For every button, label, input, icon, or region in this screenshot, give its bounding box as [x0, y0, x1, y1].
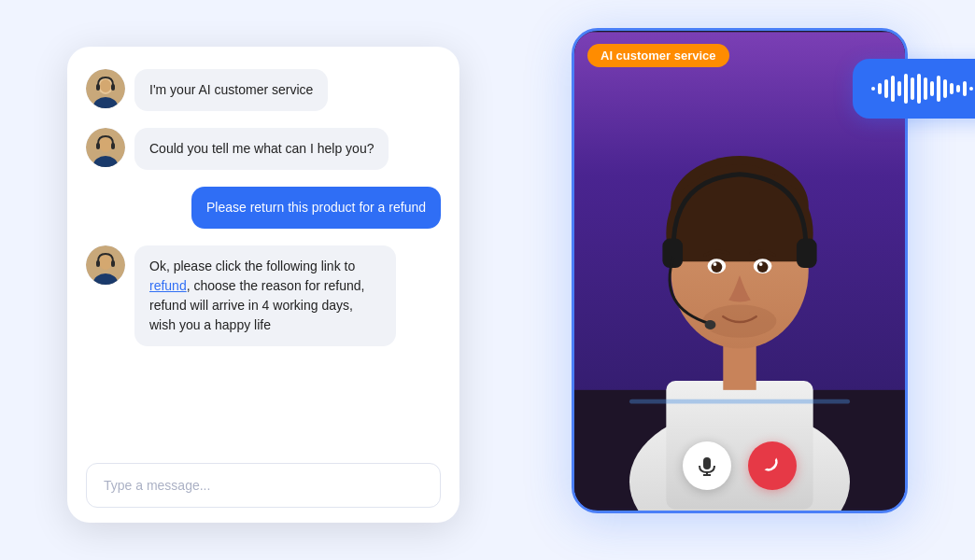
- chat-row-1: I'm your AI customer service: [86, 69, 441, 111]
- chat-input-placeholder: Type a message...: [104, 478, 210, 493]
- sound-wave-bubble: [853, 59, 975, 119]
- svg-rect-4: [96, 84, 100, 91]
- agent-avatar-2: [86, 128, 125, 167]
- refund-link[interactable]: refund: [149, 278, 187, 293]
- svg-point-13: [99, 255, 112, 270]
- video-controls: [683, 441, 797, 490]
- svg-point-29: [703, 304, 777, 337]
- svg-rect-5: [111, 84, 115, 91]
- chat-panel: I'm your AI customer service Cou: [67, 47, 459, 523]
- svg-point-32: [705, 320, 716, 329]
- svg-rect-52: [969, 87, 973, 91]
- svg-rect-43: [911, 77, 914, 100]
- svg-rect-41: [897, 81, 901, 96]
- svg-rect-40: [891, 76, 895, 102]
- chat-row-2: Could you tell me what can I help you?: [86, 128, 441, 170]
- svg-rect-9: [96, 143, 100, 149]
- chat-row-3: Please return this product for a refund: [86, 187, 441, 229]
- svg-rect-37: [871, 87, 875, 91]
- svg-point-26: [757, 261, 769, 273]
- video-panel: AI customer service: [572, 28, 908, 513]
- svg-rect-31: [797, 239, 817, 268]
- video-label-badge: AI customer service: [587, 44, 729, 67]
- message-bubble-4: Ok, please click the following link to r…: [134, 245, 396, 346]
- svg-rect-47: [937, 76, 940, 102]
- svg-point-3: [100, 79, 111, 92]
- svg-rect-34: [703, 457, 711, 469]
- agent-avatar-4: [86, 245, 125, 285]
- svg-rect-49: [950, 83, 954, 94]
- svg-point-25: [712, 261, 723, 273]
- mic-button[interactable]: [683, 441, 731, 490]
- chat-input-area[interactable]: Type a message...: [86, 463, 441, 508]
- message-bubble-3: Please return this product for a refund: [191, 187, 441, 229]
- svg-rect-39: [884, 79, 888, 98]
- svg-point-27: [713, 262, 716, 266]
- chat-messages: I'm your AI customer service Cou: [86, 69, 441, 448]
- agent-avatar-1: [86, 69, 125, 108]
- svg-rect-10: [111, 143, 115, 149]
- main-scene: I'm your AI customer service Cou: [67, 28, 908, 532]
- svg-point-28: [759, 262, 763, 266]
- svg-rect-15: [111, 260, 115, 267]
- message-bubble-2: Could you tell me what can I help you?: [134, 128, 389, 170]
- svg-rect-44: [917, 74, 921, 104]
- end-call-button[interactable]: [748, 441, 797, 490]
- svg-rect-50: [956, 85, 960, 92]
- svg-rect-46: [930, 81, 934, 96]
- message-bubble-1: I'm your AI customer service: [134, 69, 328, 111]
- svg-point-8: [99, 137, 112, 152]
- svg-rect-42: [904, 74, 908, 104]
- svg-rect-33: [629, 399, 850, 404]
- chat-row-4: Ok, please click the following link to r…: [86, 245, 441, 346]
- svg-rect-14: [96, 260, 100, 267]
- svg-rect-45: [924, 77, 927, 100]
- svg-rect-51: [963, 81, 967, 96]
- svg-rect-38: [878, 83, 882, 94]
- waveform: [869, 72, 975, 105]
- svg-rect-48: [943, 79, 947, 98]
